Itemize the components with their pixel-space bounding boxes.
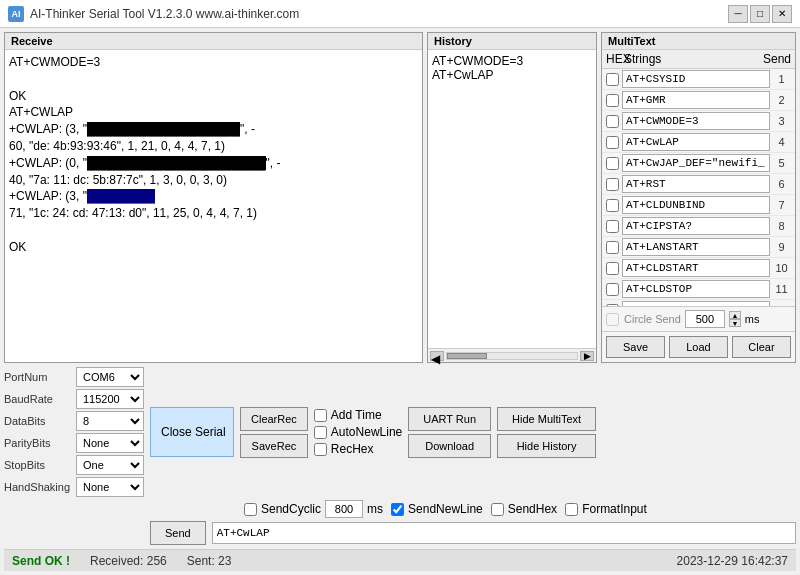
send-cyclic-checkbox[interactable] <box>244 503 257 516</box>
multitext-row: 6 <box>602 174 795 195</box>
mt-checkbox-1[interactable] <box>606 73 619 86</box>
mt-checkbox-10[interactable] <box>606 262 619 275</box>
mt-input-6[interactable] <box>622 175 770 193</box>
sent-status: Sent: 23 <box>187 554 232 568</box>
spinner-buttons[interactable]: ▲ ▼ <box>729 311 741 327</box>
top-section: Receive AT+CWMODE=3 OK AT+CWLAP +CWLAP: … <box>4 32 796 363</box>
scroll-track[interactable] <box>446 352 578 360</box>
spinner-up[interactable]: ▲ <box>729 311 741 319</box>
mt-num-11[interactable]: 11 <box>772 283 791 295</box>
maximize-button[interactable]: □ <box>750 5 770 23</box>
col-send-label: Send <box>763 52 791 66</box>
mt-checkbox-3[interactable] <box>606 115 619 128</box>
close-serial-button[interactable]: Close Serial <box>150 407 234 457</box>
baudrate-select[interactable]: 115200 <box>76 389 144 409</box>
databits-label: DataBits <box>4 415 72 427</box>
mt-num-10[interactable]: 10 <box>772 262 791 274</box>
add-time-checkbox[interactable] <box>314 409 327 422</box>
send-input[interactable] <box>212 522 796 544</box>
handshaking-select[interactable]: None <box>76 477 144 497</box>
multitext-row: 2 <box>602 90 795 111</box>
mt-checkbox-8[interactable] <box>606 220 619 233</box>
handshaking-row: HandShaking None <box>4 477 144 497</box>
mt-num-9[interactable]: 9 <box>772 241 791 253</box>
paritybits-label: ParityBits <box>4 437 72 449</box>
history-item[interactable]: AT+CwLAP <box>432 68 592 82</box>
send-button[interactable]: Send <box>150 521 206 545</box>
mt-input-7[interactable] <box>622 196 770 214</box>
auto-newline-checkbox[interactable] <box>314 426 327 439</box>
title-bar-controls[interactable]: ─ □ ✕ <box>728 5 792 23</box>
multitext-rows: 12345678910111213 <box>602 69 795 306</box>
send-hex-checkbox[interactable] <box>491 503 504 516</box>
circle-send-checkbox[interactable] <box>606 313 619 326</box>
history-hscrollbar[interactable]: ◀ ▶ <box>428 348 596 362</box>
save-button[interactable]: Save <box>606 336 665 358</box>
cyclic-ms-input[interactable] <box>325 500 363 518</box>
mt-checkbox-7[interactable] <box>606 199 619 212</box>
mt-num-3[interactable]: 3 <box>772 115 791 127</box>
receive-line: OK <box>9 88 418 105</box>
circle-send-input[interactable] <box>685 310 725 328</box>
receive-line: 40, "7a: 11: dc: 5b:87:7c", 1, 3, 0, 0, … <box>9 172 418 189</box>
databits-select[interactable]: 8 <box>76 411 144 431</box>
mt-input-4[interactable] <box>622 133 770 151</box>
mt-input-2[interactable] <box>622 91 770 109</box>
mt-num-6[interactable]: 6 <box>772 178 791 190</box>
send-newline-checkbox[interactable] <box>391 503 404 516</box>
mt-input-3[interactable] <box>622 112 770 130</box>
mt-checkbox-9[interactable] <box>606 241 619 254</box>
receive-line: +CWLAP: (0, "█████████████████████", - <box>9 155 418 172</box>
hide-multitext-button[interactable]: Hide MultiText <box>497 407 596 431</box>
uart-run-button[interactable]: UART Run <box>408 407 491 431</box>
mt-num-5[interactable]: 5 <box>772 157 791 169</box>
stopbits-label: StopBits <box>4 459 72 471</box>
handshaking-label: HandShaking <box>4 481 72 493</box>
receive-line <box>9 222 418 239</box>
multitext-row: 9 <box>602 237 795 258</box>
close-button[interactable]: ✕ <box>772 5 792 23</box>
circle-send-row: Circle Send ▲ ▼ ms <box>602 306 795 331</box>
portnum-select[interactable]: COM6 <box>76 367 144 387</box>
format-input-checkbox[interactable] <box>565 503 578 516</box>
paritybits-select[interactable]: None <box>76 433 144 453</box>
send-newline-row: SendNewLine <box>391 502 483 516</box>
col-hex-label: HEX <box>606 52 622 66</box>
save-rec-button[interactable]: SaveRec <box>240 434 308 458</box>
clear-button[interactable]: Clear <box>732 336 791 358</box>
mt-checkbox-11[interactable] <box>606 283 619 296</box>
send-newline-label: SendNewLine <box>408 502 483 516</box>
scroll-left-btn[interactable]: ◀ <box>430 351 444 361</box>
mt-input-8[interactable] <box>622 217 770 235</box>
multitext-columns: HEX Strings Send <box>602 50 795 69</box>
rec-hex-checkbox[interactable] <box>314 443 327 456</box>
multitext-row: 4 <box>602 132 795 153</box>
mt-num-7[interactable]: 7 <box>772 199 791 211</box>
mt-checkbox-4[interactable] <box>606 136 619 149</box>
mt-num-1[interactable]: 1 <box>772 73 791 85</box>
download-button[interactable]: Download <box>408 434 491 458</box>
mt-checkbox-2[interactable] <box>606 94 619 107</box>
stopbits-select[interactable]: One <box>76 455 144 475</box>
mt-num-8[interactable]: 8 <box>772 220 791 232</box>
rec-hex-label: RecHex <box>331 442 374 456</box>
mt-num-2[interactable]: 2 <box>772 94 791 106</box>
mt-input-11[interactable] <box>622 280 770 298</box>
mt-input-5[interactable] <box>622 154 770 172</box>
scroll-thumb[interactable] <box>447 353 487 359</box>
hide-history-button[interactable]: Hide History <box>497 434 596 458</box>
mt-checkbox-6[interactable] <box>606 178 619 191</box>
mt-input-9[interactable] <box>622 238 770 256</box>
spinner-down[interactable]: ▼ <box>729 319 741 327</box>
mt-num-4[interactable]: 4 <box>772 136 791 148</box>
clear-rec-button[interactable]: ClearRec <box>240 407 308 431</box>
mt-input-1[interactable] <box>622 70 770 88</box>
receive-panel: Receive AT+CWMODE=3 OK AT+CWLAP +CWLAP: … <box>4 32 423 363</box>
history-item[interactable]: AT+CWMODE=3 <box>432 54 592 68</box>
scroll-right-btn[interactable]: ▶ <box>580 351 594 361</box>
history-panel: History AT+CWMODE=3 AT+CwLAP ◀ ▶ <box>427 32 597 363</box>
mt-input-10[interactable] <box>622 259 770 277</box>
mt-checkbox-5[interactable] <box>606 157 619 170</box>
load-button[interactable]: Load <box>669 336 728 358</box>
minimize-button[interactable]: ─ <box>728 5 748 23</box>
